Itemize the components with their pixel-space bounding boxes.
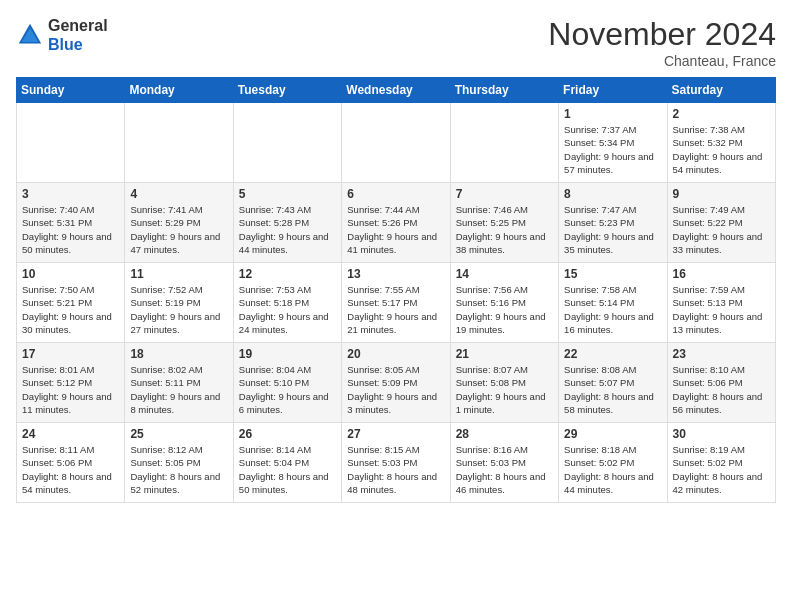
day-info: Sunrise: 7:43 AM Sunset: 5:28 PM Dayligh… — [239, 203, 336, 256]
day-number: 5 — [239, 187, 336, 201]
calendar-cell: 11Sunrise: 7:52 AM Sunset: 5:19 PM Dayli… — [125, 263, 233, 343]
day-info: Sunrise: 8:19 AM Sunset: 5:02 PM Dayligh… — [673, 443, 770, 496]
day-info: Sunrise: 8:12 AM Sunset: 5:05 PM Dayligh… — [130, 443, 227, 496]
calendar-row: 24Sunrise: 8:11 AM Sunset: 5:06 PM Dayli… — [17, 423, 776, 503]
day-number: 24 — [22, 427, 119, 441]
calendar-row: 1Sunrise: 7:37 AM Sunset: 5:34 PM Daylig… — [17, 103, 776, 183]
day-info: Sunrise: 8:15 AM Sunset: 5:03 PM Dayligh… — [347, 443, 444, 496]
calendar-cell: 25Sunrise: 8:12 AM Sunset: 5:05 PM Dayli… — [125, 423, 233, 503]
logo-general: General — [48, 16, 108, 35]
header-cell: Monday — [125, 78, 233, 103]
calendar-cell: 22Sunrise: 8:08 AM Sunset: 5:07 PM Dayli… — [559, 343, 667, 423]
calendar-cell: 23Sunrise: 8:10 AM Sunset: 5:06 PM Dayli… — [667, 343, 775, 423]
calendar-cell: 12Sunrise: 7:53 AM Sunset: 5:18 PM Dayli… — [233, 263, 341, 343]
day-info: Sunrise: 7:40 AM Sunset: 5:31 PM Dayligh… — [22, 203, 119, 256]
calendar-cell: 2Sunrise: 7:38 AM Sunset: 5:32 PM Daylig… — [667, 103, 775, 183]
calendar-cell: 16Sunrise: 7:59 AM Sunset: 5:13 PM Dayli… — [667, 263, 775, 343]
day-info: Sunrise: 8:08 AM Sunset: 5:07 PM Dayligh… — [564, 363, 661, 416]
calendar-cell: 13Sunrise: 7:55 AM Sunset: 5:17 PM Dayli… — [342, 263, 450, 343]
day-number: 6 — [347, 187, 444, 201]
day-number: 15 — [564, 267, 661, 281]
calendar-cell — [342, 103, 450, 183]
calendar-cell: 9Sunrise: 7:49 AM Sunset: 5:22 PM Daylig… — [667, 183, 775, 263]
day-number: 3 — [22, 187, 119, 201]
day-info: Sunrise: 8:02 AM Sunset: 5:11 PM Dayligh… — [130, 363, 227, 416]
day-info: Sunrise: 7:41 AM Sunset: 5:29 PM Dayligh… — [130, 203, 227, 256]
day-info: Sunrise: 8:10 AM Sunset: 5:06 PM Dayligh… — [673, 363, 770, 416]
calendar-cell: 1Sunrise: 7:37 AM Sunset: 5:34 PM Daylig… — [559, 103, 667, 183]
day-info: Sunrise: 8:01 AM Sunset: 5:12 PM Dayligh… — [22, 363, 119, 416]
calendar-cell: 7Sunrise: 7:46 AM Sunset: 5:25 PM Daylig… — [450, 183, 558, 263]
day-info: Sunrise: 8:04 AM Sunset: 5:10 PM Dayligh… — [239, 363, 336, 416]
day-info: Sunrise: 8:18 AM Sunset: 5:02 PM Dayligh… — [564, 443, 661, 496]
day-info: Sunrise: 7:53 AM Sunset: 5:18 PM Dayligh… — [239, 283, 336, 336]
calendar-cell: 24Sunrise: 8:11 AM Sunset: 5:06 PM Dayli… — [17, 423, 125, 503]
title-block: November 2024 Chanteau, France — [548, 16, 776, 69]
day-info: Sunrise: 8:11 AM Sunset: 5:06 PM Dayligh… — [22, 443, 119, 496]
calendar-cell: 8Sunrise: 7:47 AM Sunset: 5:23 PM Daylig… — [559, 183, 667, 263]
calendar-cell: 5Sunrise: 7:43 AM Sunset: 5:28 PM Daylig… — [233, 183, 341, 263]
day-info: Sunrise: 7:37 AM Sunset: 5:34 PM Dayligh… — [564, 123, 661, 176]
month-title: November 2024 — [548, 16, 776, 53]
day-number: 30 — [673, 427, 770, 441]
calendar-cell: 17Sunrise: 8:01 AM Sunset: 5:12 PM Dayli… — [17, 343, 125, 423]
day-number: 21 — [456, 347, 553, 361]
day-number: 17 — [22, 347, 119, 361]
day-info: Sunrise: 7:55 AM Sunset: 5:17 PM Dayligh… — [347, 283, 444, 336]
day-number: 14 — [456, 267, 553, 281]
day-number: 10 — [22, 267, 119, 281]
header-cell: Sunday — [17, 78, 125, 103]
day-number: 7 — [456, 187, 553, 201]
header-cell: Thursday — [450, 78, 558, 103]
calendar-cell: 4Sunrise: 7:41 AM Sunset: 5:29 PM Daylig… — [125, 183, 233, 263]
calendar-row: 10Sunrise: 7:50 AM Sunset: 5:21 PM Dayli… — [17, 263, 776, 343]
calendar-cell: 21Sunrise: 8:07 AM Sunset: 5:08 PM Dayli… — [450, 343, 558, 423]
calendar-cell — [125, 103, 233, 183]
day-number: 23 — [673, 347, 770, 361]
day-info: Sunrise: 7:44 AM Sunset: 5:26 PM Dayligh… — [347, 203, 444, 256]
day-info: Sunrise: 7:59 AM Sunset: 5:13 PM Dayligh… — [673, 283, 770, 336]
day-number: 19 — [239, 347, 336, 361]
day-info: Sunrise: 8:07 AM Sunset: 5:08 PM Dayligh… — [456, 363, 553, 416]
day-number: 12 — [239, 267, 336, 281]
header-row: SundayMondayTuesdayWednesdayThursdayFrid… — [17, 78, 776, 103]
calendar-header: SundayMondayTuesdayWednesdayThursdayFrid… — [17, 78, 776, 103]
day-info: Sunrise: 7:56 AM Sunset: 5:16 PM Dayligh… — [456, 283, 553, 336]
calendar-cell: 20Sunrise: 8:05 AM Sunset: 5:09 PM Dayli… — [342, 343, 450, 423]
header-cell: Tuesday — [233, 78, 341, 103]
calendar-cell: 28Sunrise: 8:16 AM Sunset: 5:03 PM Dayli… — [450, 423, 558, 503]
calendar-cell — [233, 103, 341, 183]
calendar-cell: 29Sunrise: 8:18 AM Sunset: 5:02 PM Dayli… — [559, 423, 667, 503]
day-info: Sunrise: 7:46 AM Sunset: 5:25 PM Dayligh… — [456, 203, 553, 256]
day-number: 11 — [130, 267, 227, 281]
calendar-body: 1Sunrise: 7:37 AM Sunset: 5:34 PM Daylig… — [17, 103, 776, 503]
day-number: 22 — [564, 347, 661, 361]
day-info: Sunrise: 7:38 AM Sunset: 5:32 PM Dayligh… — [673, 123, 770, 176]
calendar-cell: 18Sunrise: 8:02 AM Sunset: 5:11 PM Dayli… — [125, 343, 233, 423]
day-info: Sunrise: 7:58 AM Sunset: 5:14 PM Dayligh… — [564, 283, 661, 336]
logo-blue: Blue — [48, 35, 108, 54]
calendar-cell: 26Sunrise: 8:14 AM Sunset: 5:04 PM Dayli… — [233, 423, 341, 503]
location: Chanteau, France — [548, 53, 776, 69]
day-info: Sunrise: 8:14 AM Sunset: 5:04 PM Dayligh… — [239, 443, 336, 496]
header-cell: Saturday — [667, 78, 775, 103]
day-number: 8 — [564, 187, 661, 201]
day-number: 9 — [673, 187, 770, 201]
calendar-cell: 6Sunrise: 7:44 AM Sunset: 5:26 PM Daylig… — [342, 183, 450, 263]
day-info: Sunrise: 7:47 AM Sunset: 5:23 PM Dayligh… — [564, 203, 661, 256]
calendar-cell: 14Sunrise: 7:56 AM Sunset: 5:16 PM Dayli… — [450, 263, 558, 343]
logo: General Blue — [16, 16, 108, 54]
day-number: 13 — [347, 267, 444, 281]
page-header: General Blue November 2024 Chanteau, Fra… — [16, 16, 776, 69]
day-info: Sunrise: 7:49 AM Sunset: 5:22 PM Dayligh… — [673, 203, 770, 256]
day-number: 1 — [564, 107, 661, 121]
calendar-cell: 15Sunrise: 7:58 AM Sunset: 5:14 PM Dayli… — [559, 263, 667, 343]
day-info: Sunrise: 7:50 AM Sunset: 5:21 PM Dayligh… — [22, 283, 119, 336]
day-number: 2 — [673, 107, 770, 121]
day-number: 28 — [456, 427, 553, 441]
header-cell: Wednesday — [342, 78, 450, 103]
day-number: 29 — [564, 427, 661, 441]
calendar-cell: 10Sunrise: 7:50 AM Sunset: 5:21 PM Dayli… — [17, 263, 125, 343]
day-info: Sunrise: 8:05 AM Sunset: 5:09 PM Dayligh… — [347, 363, 444, 416]
calendar-cell — [17, 103, 125, 183]
